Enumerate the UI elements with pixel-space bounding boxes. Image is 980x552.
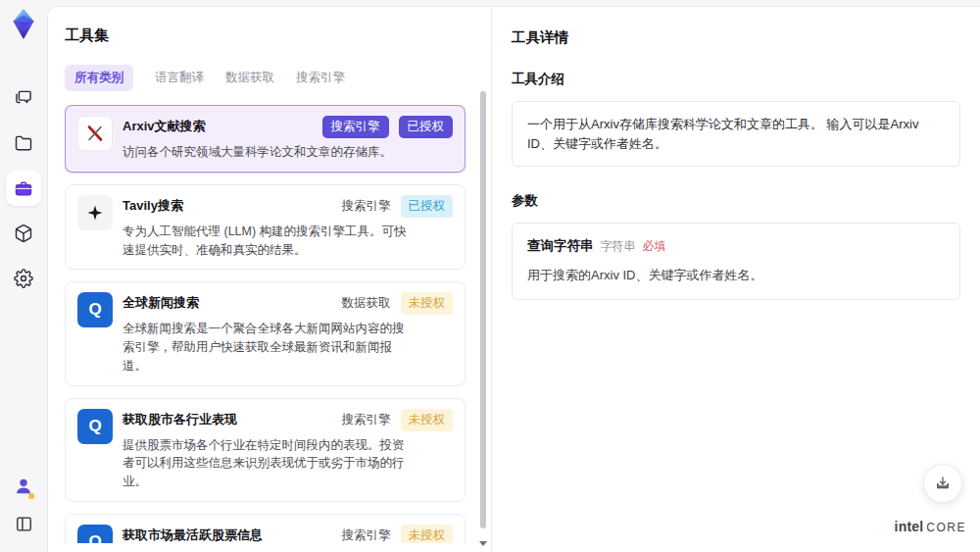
auth-badge: 已授权 xyxy=(401,195,454,218)
q-logo-icon: Q xyxy=(77,525,113,543)
card-body: 获取市场最活跃股票信息 搜索引擎 未授权 提供当天交易量最高的股票列表，投资者可… xyxy=(122,525,453,543)
main-panel: 工具集 所有类别 语言翻译 数据获取 搜索引擎 Arxiv文献搜索 xyxy=(47,6,980,552)
tool-description: 访问各个研究领域大量科学论文和文章的存储库。 xyxy=(122,143,409,162)
param-type: 字符串 xyxy=(601,238,636,255)
sidebar-item-chat[interactable] xyxy=(6,80,41,116)
card-body: 获取股市各行业表现 搜索引擎 未授权 提供股票市场各个行业在特定时间段内的表现。… xyxy=(122,409,453,491)
tool-name: Arxiv文献搜索 xyxy=(122,116,322,135)
category-label: 数据获取 xyxy=(342,295,391,312)
core-wordmark: core xyxy=(926,521,966,534)
avatar-status-dot xyxy=(28,493,34,499)
sidebar-item-tools[interactable] xyxy=(6,171,41,206)
folder-icon xyxy=(14,133,33,153)
card-body: 全球新闻搜索 数据获取 未授权 全球新闻搜索是一个聚合全球各大新闻网站内容的搜索… xyxy=(122,292,453,375)
sidebar-item-files[interactable] xyxy=(6,125,41,161)
tool-card-active-stocks[interactable]: Q 获取市场最活跃股票信息 搜索引擎 未授权 提供当天交易量最高的股票列表，投资… xyxy=(65,514,466,543)
scrollbar-down-arrow[interactable] xyxy=(479,541,487,546)
tool-name: 获取股市各行业表现 xyxy=(122,409,342,428)
tool-list-pane: 工具集 所有类别 语言翻译 数据获取 搜索引擎 Arxiv文献搜索 xyxy=(48,7,491,552)
tool-card-sector-performance[interactable]: Q 获取股市各行业表现 搜索引擎 未授权 提供股票市场各个行业在特定时间段内的表… xyxy=(65,398,466,502)
scrollbar-thumb[interactable] xyxy=(480,91,486,528)
left-sidebar xyxy=(0,0,47,552)
card-body: Arxiv文献搜索 搜索引擎 已授权 访问各个研究领域大量科学论文和文章的存储库… xyxy=(122,116,453,162)
q-logo-icon: Q xyxy=(77,409,113,444)
toolbox-icon xyxy=(14,178,33,198)
chat-icon xyxy=(14,88,33,108)
category-badge: 搜索引擎 xyxy=(322,116,389,138)
auth-badge: 未授权 xyxy=(401,409,454,431)
intel-wordmark: intel xyxy=(895,519,924,534)
auth-badge: 未授权 xyxy=(401,525,454,543)
page-title: 工具集 xyxy=(65,26,466,45)
tab-data-fetch[interactable]: 数据获取 xyxy=(225,65,274,91)
intel-core-logo: intel core xyxy=(895,519,966,534)
param-required-flag: 必填 xyxy=(643,238,666,255)
tool-description: 专为人工智能代理 (LLM) 构建的搜索引擎工具。可快速提供实时、准确和真实的结… xyxy=(122,223,409,260)
tab-language-translation[interactable]: 语言翻译 xyxy=(155,65,204,91)
tool-name: Tavily搜索 xyxy=(122,195,342,215)
auth-badge: 已授权 xyxy=(399,116,454,138)
params-heading: 参数 xyxy=(512,192,960,210)
panel-toggle-icon xyxy=(15,515,33,533)
user-avatar[interactable] xyxy=(9,472,38,501)
tool-detail-pane: 工具详情 工具介绍 一个用于从Arxiv存储库搜索科学论文和文章的工具。 输入可… xyxy=(491,7,980,552)
category-tabs: 所有类别 语言翻译 数据获取 搜索引擎 xyxy=(65,65,466,91)
card-body: Tavily搜索 搜索引擎 已授权 专为人工智能代理 (LLM) 构建的搜索引擎… xyxy=(122,195,453,260)
tab-all-categories[interactable]: 所有类别 xyxy=(65,65,133,91)
param-description: 用于搜索的Arxiv ID、关键字或作者姓名。 xyxy=(527,266,945,285)
arxiv-logo-icon xyxy=(77,116,113,151)
tool-card-tavily[interactable]: Tavily搜索 搜索引擎 已授权 专为人工智能代理 (LLM) 构建的搜索引擎… xyxy=(65,184,466,271)
tool-description: 全球新闻搜索是一个聚合全球各大新闻网站内容的搜索引擎，帮助用户快速获取全球最新资… xyxy=(122,320,409,375)
list-scrollbar[interactable] xyxy=(480,91,486,546)
tool-name: 全球新闻搜索 xyxy=(122,292,342,312)
collapse-sidebar-button[interactable] xyxy=(9,509,38,538)
detail-title: 工具详情 xyxy=(512,28,960,47)
tool-description: 提供股票市场各个行业在特定时间段内的表现。投资者可以利用这些信息来识别表现优于或… xyxy=(122,436,409,491)
download-icon xyxy=(934,475,952,492)
category-label: 搜索引擎 xyxy=(342,412,391,428)
tool-card-list: Arxiv文献搜索 搜索引擎 已授权 访问各个研究领域大量科学论文和文章的存储库… xyxy=(65,105,466,543)
tavily-sparkle-icon xyxy=(77,195,113,230)
download-button[interactable] xyxy=(923,464,962,503)
gear-icon xyxy=(14,269,33,288)
parameter-card: 查询字符串 字符串 必填 用于搜索的Arxiv ID、关键字或作者姓名。 xyxy=(512,223,960,300)
app-logo xyxy=(8,8,39,41)
auth-badge: 未授权 xyxy=(401,292,454,315)
package-icon xyxy=(14,224,33,243)
intro-heading: 工具介绍 xyxy=(512,71,960,88)
tool-intro-text: 一个用于从Arxiv存储库搜索科学论文和文章的工具。 输入可以是Arxiv ID… xyxy=(512,101,960,167)
tab-search-engine[interactable]: 搜索引擎 xyxy=(296,65,345,91)
tool-card-arxiv[interactable]: Arxiv文献搜索 搜索引擎 已授权 访问各个研究领域大量科学论文和文章的存储库… xyxy=(65,105,466,173)
sidebar-item-packages[interactable] xyxy=(6,216,41,251)
category-label: 搜索引擎 xyxy=(342,527,391,543)
tool-name: 获取市场最活跃股票信息 xyxy=(122,525,342,543)
category-label: 搜索引擎 xyxy=(342,198,391,215)
sidebar-item-settings[interactable] xyxy=(6,261,41,296)
param-name: 查询字符串 xyxy=(527,237,594,255)
tool-card-global-news[interactable]: Q 全球新闻搜索 数据获取 未授权 全球新闻搜索是一个聚合全球各大新闻网站内容的… xyxy=(65,281,466,385)
q-logo-icon: Q xyxy=(77,292,113,327)
